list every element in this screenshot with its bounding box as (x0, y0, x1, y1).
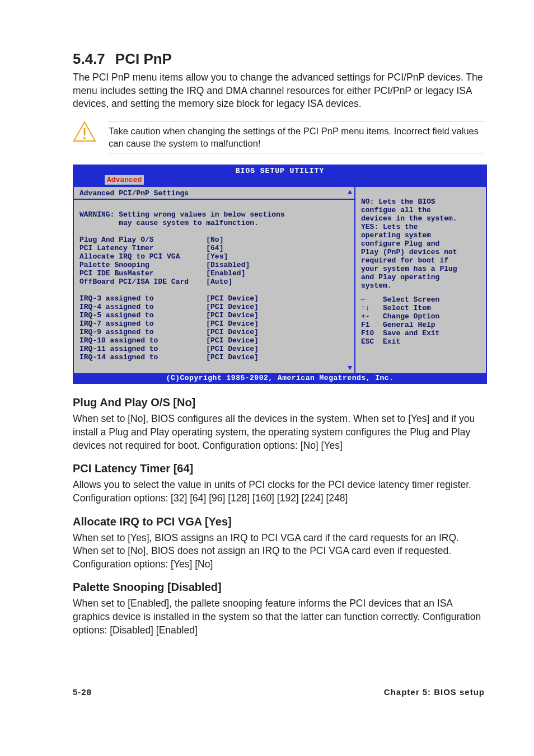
caution-text: Take caution when changing the settings … (109, 125, 485, 150)
setting-body-latency: Allows you to select the value in units … (73, 478, 485, 505)
setting-body-irqvga: When set to [Yes], BIOS assigns an IRQ t… (73, 532, 485, 571)
bios-tab-bar: Advanced (74, 175, 486, 186)
svg-point-2 (83, 137, 86, 139)
setting-heading-palette: Palette Snooping [Disabled] (73, 581, 485, 594)
bios-screenshot: BIOS SETUP UTILITY Advanced ▲ Advanced P… (73, 165, 487, 384)
bios-header: BIOS SETUP UTILITY (74, 166, 486, 175)
page-number: 5-28 (73, 687, 92, 697)
bios-settings-block: Plug And Play O/S [No] PCI Latency Timer… (79, 236, 250, 286)
bios-tab-advanced: Advanced (105, 175, 144, 185)
caution-icon (73, 121, 96, 145)
bios-warning: WARNING: Setting wrong values in below s… (79, 210, 285, 227)
setting-body-pnp: When set to [No], BIOS configures all th… (73, 412, 485, 452)
setting-body-palette: When set to [Enabled], the pallete snoop… (73, 597, 485, 637)
caution-callout: Take caution when changing the settings … (73, 121, 485, 154)
bios-footer: (C)Copyright 1985-2002, American Megatre… (74, 373, 486, 383)
setting-heading-latency: PCI Latency Timer [64] (73, 462, 485, 475)
scroll-down-icon: ▼ (348, 364, 352, 372)
scroll-up-icon: ▲ (348, 188, 352, 196)
bios-left-title: Advanced PCI/PnP Settings (74, 187, 354, 200)
section-heading: 5.4.7PCI PnP (73, 50, 485, 68)
setting-heading-pnp: Plug And Play O/S [No] (73, 396, 485, 409)
setting-heading-irqvga: Allocate IRQ to PCI VGA [Yes] (73, 515, 485, 528)
section-number: 5.4.7 (73, 50, 105, 67)
chapter-label: Chapter 5: BIOS setup (384, 687, 485, 697)
section-intro: The PCI PnP menu items allow you to chan… (73, 71, 485, 111)
page-footer: 5-28 Chapter 5: BIOS setup (73, 687, 485, 697)
bios-keynav: ← Select Screen ↑↓ Select Item +- Change… (361, 295, 481, 346)
bios-help-text: NO: Lets the BIOS configue all the devic… (361, 198, 457, 290)
bios-left-panel: ▲ Advanced PCI/PnP Settings WARNING: Set… (74, 186, 355, 373)
bios-help-panel: NO: Lets the BIOS configue all the devic… (355, 186, 486, 373)
bios-irq-block: IRQ-3 assigned to [PCI Device] IRQ-4 ass… (79, 294, 259, 361)
section-title-text: PCI PnP (115, 50, 172, 67)
